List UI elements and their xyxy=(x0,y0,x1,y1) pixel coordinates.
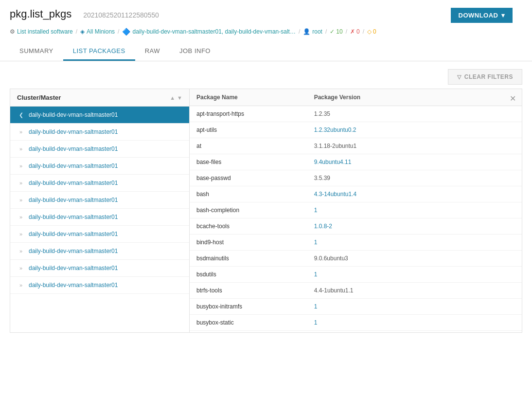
minion-name: daily-build-dev-vman-saltmaster01 xyxy=(29,248,118,254)
table-row: base-passwd3.5.39 xyxy=(190,170,522,186)
tab-summary[interactable]: SUMMARY xyxy=(10,42,63,61)
table-row: busybox-static1 xyxy=(190,315,522,331)
breadcrumb-list-installed[interactable]: List installed software xyxy=(17,28,73,35)
minion-row[interactable]: »daily-build-dev-vman-saltmaster01 xyxy=(10,192,189,209)
package-version-link[interactable]: 1 xyxy=(314,303,318,310)
minion-name: daily-build-dev-vman-saltmaster01 xyxy=(29,231,118,237)
minion-row[interactable]: »daily-build-dev-vman-saltmaster01 xyxy=(10,209,189,226)
package-version-cell: 3.1.18-2ubuntu1 xyxy=(307,138,522,154)
minion-name: daily-build-dev-vman-saltmaster01 xyxy=(29,282,118,289)
package-name-cell: bind9-host xyxy=(190,235,307,251)
tabs-bar: SUMMARY LIST PACKAGES RAW JOB INFO xyxy=(0,42,532,61)
package-version-cell: 1 xyxy=(307,202,522,218)
minion-row[interactable]: »daily-build-dev-vman-saltmaster01 xyxy=(10,277,189,294)
table-row: apt-transport-https1.2.35 xyxy=(190,106,522,122)
minion-row[interactable]: »daily-build-dev-vman-saltmaster01 xyxy=(10,226,189,243)
package-version-link[interactable]: 1 xyxy=(314,319,318,326)
close-icon[interactable]: ✕ xyxy=(510,94,516,103)
package-name-cell: busybox-initramfs xyxy=(190,299,307,315)
package-version-cell: 4.4-1ubuntu1.1 xyxy=(307,283,522,299)
table-row: btrfs-tools4.4-1ubuntu1.1 xyxy=(190,283,522,299)
package-version-link[interactable]: 4.3-14ubuntu1.4 xyxy=(314,191,356,198)
package-table-container[interactable]: Package Name Package Version apt-transpo… xyxy=(190,89,522,332)
package-name-cell: bsdutils xyxy=(190,267,307,283)
col-package-name: Package Name xyxy=(190,89,307,106)
package-version-cell: 4.3-14ubuntu1.4 xyxy=(307,186,522,202)
minion-name: daily-build-dev-vman-saltmaster01 xyxy=(29,128,118,135)
package-name-cell: apt-transport-https xyxy=(190,106,307,122)
expand-icon: » xyxy=(17,146,25,152)
breadcrumb-user[interactable]: root xyxy=(312,28,322,35)
tab-list-packages[interactable]: LIST PACKAGES xyxy=(63,42,135,61)
cluster-master-label: Cluster/Master xyxy=(17,94,61,101)
table-row: apt-utils1.2.32ubuntu0.2 xyxy=(190,122,522,138)
tab-job-info[interactable]: JOB INFO xyxy=(170,42,220,61)
table-row: busybox-initramfs1 xyxy=(190,299,522,315)
minion-row[interactable]: »daily-build-dev-vman-saltmaster01 xyxy=(10,158,189,175)
sort-asc-icon[interactable]: ▲ xyxy=(170,95,175,101)
minion-name: daily-build-dev-vman-saltmaster01 xyxy=(29,214,118,220)
package-name-cell: btrfs-tools xyxy=(190,283,307,299)
package-name-cell: base-files xyxy=(190,154,307,170)
clear-filters-button[interactable]: ▽ CLEAR FILTERS xyxy=(448,69,522,85)
package-name-cell: at xyxy=(190,138,307,154)
page-title: pkg.list_pkgs xyxy=(10,8,71,20)
diamond-icon: ◇ xyxy=(367,28,372,35)
package-version-cell: 1 xyxy=(307,315,522,331)
package-version-link[interactable]: 1.0.8-2 xyxy=(314,223,332,230)
minion-row[interactable]: »daily-build-dev-vman-saltmaster01 xyxy=(10,124,189,141)
minion-row[interactable]: »daily-build-dev-vman-saltmaster01 xyxy=(10,141,189,158)
package-version-link[interactable]: 1 xyxy=(314,207,318,214)
table-row: at3.1.18-2ubuntu1 xyxy=(190,138,522,154)
package-version-cell: 3.5.39 xyxy=(307,170,522,186)
right-panel: ✕ Package Name Package Version apt-trans… xyxy=(190,89,522,333)
minion-list: ❮daily-build-dev-vman-saltmaster01»daily… xyxy=(10,107,189,294)
table-row: bsdutils1 xyxy=(190,267,522,283)
breadcrumb-all-minions[interactable]: All Minions xyxy=(87,28,115,35)
package-version-text: 9.0.6ubuntu3 xyxy=(314,255,348,262)
col-package-version: Package Version xyxy=(307,89,522,106)
package-version-link[interactable]: 1 xyxy=(314,239,318,246)
bc-icon-minion: 🔷 xyxy=(122,28,130,36)
minion-row[interactable]: »daily-build-dev-vman-saltmaster01 xyxy=(10,175,189,192)
download-button[interactable]: DOWNLOAD ▾ xyxy=(451,8,513,23)
package-version-cell: 1.2.35 xyxy=(307,106,522,122)
table-row: bsdmainutils9.0.6ubuntu3 xyxy=(190,251,522,267)
minion-name: daily-build-dev-vman-saltmaster01 xyxy=(29,111,118,118)
package-name-cell: apt-utils xyxy=(190,122,307,138)
package-version-link[interactable]: 1 xyxy=(314,271,318,278)
check-icon: ✓ xyxy=(330,28,335,35)
minion-row[interactable]: ❮daily-build-dev-vman-saltmaster01 xyxy=(10,107,189,124)
main-content: Cluster/Master ▲ ▼ ❮daily-build-dev-vman… xyxy=(0,89,532,343)
expand-icon: » xyxy=(17,248,25,254)
minion-name: daily-build-dev-vman-saltmaster01 xyxy=(29,265,118,271)
job-id: 20210825201122580550 xyxy=(83,11,159,19)
package-version-text: 3.1.18-2ubuntu1 xyxy=(314,143,356,149)
package-version-text: 4.4-1ubuntu1.1 xyxy=(314,287,354,294)
x-icon: ✗ xyxy=(350,28,355,35)
package-version-link[interactable]: 1.2.32ubuntu0.2 xyxy=(314,127,356,133)
err-count-badge: ✗ 0 xyxy=(350,28,360,35)
minion-row[interactable]: »daily-build-dev-vman-saltmaster01 xyxy=(10,260,189,277)
table-row: byobu5.106-0ubuntu1 xyxy=(190,331,522,333)
warn-count-badge: ◇ 0 xyxy=(367,28,376,35)
table-row: bind9-host1 xyxy=(190,235,522,251)
expand-icon: » xyxy=(17,231,25,237)
table-row: bash-completion1 xyxy=(190,202,522,218)
tab-raw[interactable]: RAW xyxy=(135,42,170,61)
package-version-cell: 1 xyxy=(307,267,522,283)
package-name-cell: byobu xyxy=(190,331,307,333)
breadcrumb: ⚙ List installed software / ◈ All Minion… xyxy=(0,25,532,38)
breadcrumb-minion-detail[interactable]: daily-build-dev-vman-saltmaster01, daily… xyxy=(132,28,295,35)
sort-desc-icon[interactable]: ▼ xyxy=(177,95,182,101)
minion-name: daily-build-dev-vman-saltmaster01 xyxy=(29,197,118,203)
chevron-left-icon: ❮ xyxy=(17,112,25,118)
minion-row[interactable]: »daily-build-dev-vman-saltmaster01 xyxy=(10,243,189,260)
minion-name: daily-build-dev-vman-saltmaster01 xyxy=(29,180,118,186)
package-version-cell: 9.0.6ubuntu3 xyxy=(307,251,522,267)
bc-icon-list: ⚙ xyxy=(10,28,15,35)
package-name-cell: base-passwd xyxy=(190,170,307,186)
package-version-cell: 5.106-0ubuntu1 xyxy=(307,331,522,333)
package-version-link[interactable]: 9.4ubuntu4.11 xyxy=(314,159,352,165)
sort-icons: ▲ ▼ xyxy=(170,95,182,101)
